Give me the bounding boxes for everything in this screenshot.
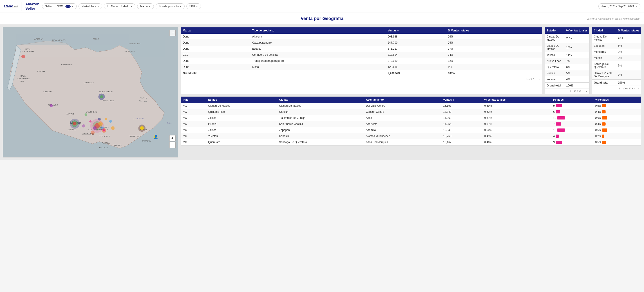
header-divider [22, 2, 22, 11]
detail-col-estado: Estado [206, 97, 278, 103]
brand-table-wrapper: Marca Tipo de producto Ventas % Ventas t… [181, 27, 542, 94]
svg-text:CHIHUAHUA: CHIHUAHUA [61, 63, 73, 66]
state-pagination: 1 - 33 / 33 ‹ › [545, 88, 589, 94]
detail-col-ciudad: Ciudad [277, 97, 364, 103]
city-footer-pct: 100% [616, 79, 641, 86]
table-row: Heroica Puebla De Zaragoza3% [592, 70, 641, 80]
date-caret: ▼ [635, 5, 638, 8]
seller-filter[interactable]: Seller: TNMX (1) ▼ [42, 3, 77, 9]
right-panel: Marca Tipo de producto Ventas % Ventas t… [178, 27, 641, 157]
svg-text:TABASCO: TABASCO [142, 140, 151, 142]
svg-text:MISSISSIPPI: MISSISSIPPI [128, 42, 140, 45]
svg-text:PUEBLA: PUEBLA [102, 142, 110, 144]
svg-point-40 [73, 122, 76, 126]
state-prev-btn[interactable]: ‹ [582, 90, 584, 93]
brand-col-ventas[interactable]: Ventas [386, 27, 446, 34]
pct-pedidos-bar-cell: 0.4% [595, 122, 639, 126]
logo-area: ataho.net Amazon Seller [4, 2, 39, 11]
pct-pedidos-bar-cell: 0.5% [595, 141, 639, 144]
marca-filter[interactable]: Marca ▼ [137, 3, 154, 9]
svg-text:OAXACA: OAXACA [100, 146, 108, 149]
en-mapa-filter[interactable]: En Mapa: Estado ▼ [104, 3, 135, 9]
svg-text:Guatemala: Guatemala [133, 117, 144, 120]
city-table-wrapper: Ciudad % Ventas totales Ciudad De Mexico… [592, 27, 641, 94]
svg-point-63 [98, 118, 101, 121]
brand-page-info: 1 - 7 / 7 [526, 78, 534, 80]
detail-table: País Estado Ciudad Asentamiento Ventas %… [181, 97, 641, 145]
table-row: MXQueretaroSantiago De QueretaroAltos De… [181, 139, 641, 145]
state-page-info: 1 - 33 / 33 [570, 90, 581, 93]
zoom-out-button[interactable]: − [169, 142, 176, 148]
svg-text:JALISCO: JALISCO [68, 128, 76, 131]
seller-value: TNMX [55, 5, 63, 8]
brand-prev-btn[interactable]: ‹ [535, 77, 537, 81]
sku-filter[interactable]: SKU ▼ [186, 3, 201, 9]
tipo-producto-label: Tipo de producto [158, 5, 179, 8]
table-row: Zapopan5% [592, 43, 641, 49]
svg-point-64 [105, 118, 107, 120]
marketplace-label: Marketplace [82, 5, 96, 8]
pedidos-bar-cell: 7 [553, 122, 592, 126]
date-range-filter[interactable]: Jan 1, 2023 - Sep 20, 2023 ▼ [598, 3, 640, 9]
sku-caret: ▼ [196, 5, 198, 8]
brand-col-tipo: Tipo de producto [250, 27, 386, 34]
city-pagination: 1 - 100 / 279 ‹ › [592, 86, 641, 91]
svg-text:CALIFORNIA: CALIFORNIA [22, 50, 34, 52]
pct-pedidos-bar-cell: 0.6% [595, 116, 639, 119]
marketplace-filter[interactable]: Marketplace ▼ [78, 3, 102, 9]
logo: ataho.net [4, 4, 18, 8]
svg-text:Gulf of: Gulf of [140, 97, 147, 99]
svg-text:LOUISIANA: LOUISIANA [124, 50, 135, 52]
header: ataho.net Amazon Seller Seller: TNMX (1)… [0, 0, 644, 13]
pedidos-bar-cell: 6 [553, 110, 592, 113]
table-row: Queretaro6% [545, 64, 589, 70]
city-next-btn[interactable]: › [637, 87, 639, 90]
svg-text:SINALOA: SINALOA [44, 90, 52, 93]
svg-text:ARIZONA: ARIZONA [34, 38, 44, 40]
table-row: Santiago De Queretaro3% [592, 61, 641, 70]
svg-text:BAJA: BAJA [20, 75, 26, 77]
marketplace-caret: ▼ [97, 5, 99, 8]
detail-col-pedidos: Pedidos [551, 97, 593, 103]
svg-text:Bel...: Bel... [166, 122, 172, 124]
pct-pedidos-bar-cell: 0.6% [595, 128, 639, 132]
brand-col-marca: Marca [181, 27, 250, 34]
pct-pedidos-bar-cell: 0.4% [595, 110, 639, 113]
svg-point-62 [89, 120, 92, 123]
state-next-btn[interactable]: › [585, 90, 588, 93]
table-row: MXCiudad De MexicoCiudad De MexicoDel Va… [181, 103, 641, 109]
table-row: Yucatan4% [545, 76, 589, 83]
city-footer-label: Grand total [592, 79, 616, 86]
brand-pagination: 1 - 7 / 7 ‹ › [181, 76, 542, 81]
table-row: CECCortadora de botellas313,89414% [181, 52, 542, 58]
table-row: DunaEstante371,21717% [181, 46, 542, 52]
svg-point-48 [100, 95, 103, 98]
map-expand-button[interactable]: ⤢ [169, 30, 176, 36]
city-col-ciudad: Ciudad [592, 27, 616, 34]
svg-text:GUERRERO: GUERRERO [86, 111, 98, 113]
pedidos-bar-cell: 10 [553, 116, 592, 119]
svg-text:BAJA: BAJA [26, 48, 30, 50]
city-prev-btn[interactable]: ‹ [634, 87, 636, 90]
brand-title: Amazon Seller [26, 2, 39, 10]
page-title-bar: Venta por Geografía Las cifras mostradas… [0, 13, 644, 24]
table-row: MXPueblaSan Andres CholulaAlta Vista11,2… [181, 121, 641, 127]
marca-label: Marca [140, 5, 148, 8]
brand-next-btn[interactable]: › [538, 77, 540, 81]
seller-count: (1) [66, 5, 70, 8]
svg-text:TAMAULIPAS: TAMAULIPAS [102, 99, 114, 102]
zoom-in-button[interactable]: + [169, 135, 176, 142]
table-row: DunaMesa128,6166% [181, 64, 542, 70]
svg-text:CAMPECHE: CAMPECHE [128, 135, 140, 137]
svg-text:DURANGO: DURANGO [48, 104, 58, 106]
svg-point-56 [21, 55, 25, 58]
svg-text:SONORA: SONORA [37, 70, 46, 72]
tipo-producto-filter[interactable]: Tipo de producto ▼ [156, 3, 185, 9]
date-range-value: Jan 1, 2023 - Sep 20, 2023 [601, 5, 634, 8]
svg-text:👤: 👤 [154, 135, 158, 139]
top-tables-row: Marca Tipo de producto Ventas % Ventas t… [181, 27, 641, 94]
pct-pedidos-bar-cell: 0.2% [595, 135, 639, 138]
detail-col-ventas[interactable]: Ventas [442, 97, 482, 103]
en-mapa-caret: ▼ [130, 5, 132, 8]
map-container: BAJA CALIFORNIA SONORA CHIHUAHUA COAHUIL… [3, 27, 178, 157]
